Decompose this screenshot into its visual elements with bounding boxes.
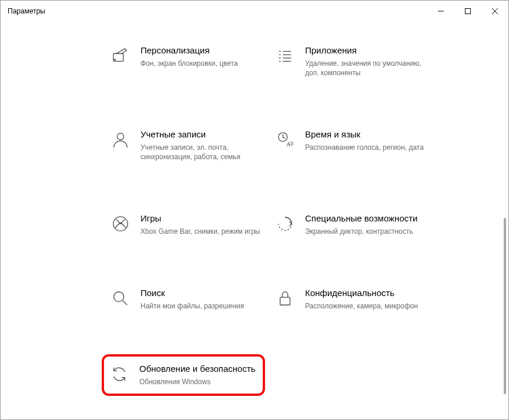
search-icon: [111, 289, 130, 308]
sync-icon: [110, 365, 129, 384]
svg-rect-1: [466, 9, 471, 14]
tile-time-language[interactable]: A字 Время и язык Распознавание голоса, ре…: [271, 126, 430, 165]
tile-desc: Учетные записи, эл. почта, синхронизация…: [140, 143, 260, 162]
tile-title: Приложения: [305, 45, 425, 56]
tile-desc: Найти мои файлы, разрешения: [140, 301, 260, 311]
tile-title: Персонализация: [140, 45, 260, 56]
tile-desc: Удаление, значения по умолчанию, доп. ко…: [305, 59, 425, 78]
svg-point-14: [117, 133, 123, 140]
tile-accessibility[interactable]: Специальные возможности Экранный диктор,…: [271, 210, 430, 240]
svg-text:字: 字: [290, 142, 294, 146]
close-button[interactable]: [481, 1, 508, 22]
tile-title: Конфиденциальность: [305, 288, 425, 299]
maximize-button[interactable]: [454, 1, 481, 22]
tile-desc: Xbox Game Bar, снимки, режим игры: [140, 227, 260, 236]
lock-icon: [276, 289, 294, 308]
svg-point-5: [115, 59, 116, 61]
scrollbar[interactable]: [504, 218, 506, 394]
tile-privacy[interactable]: Конфиденциальность Расположение, камера,…: [271, 284, 430, 314]
tile-desc: Экранный диктор, контрастность: [305, 227, 425, 236]
tile-desc: Распознавание голоса, регион, дата: [305, 143, 425, 152]
tile-update-security[interactable]: Обновление и безопасность Обновления Win…: [102, 354, 265, 396]
window-controls: [427, 1, 508, 22]
tile-personalization[interactable]: Персонализация Фон, экран блокировки, цв…: [106, 42, 265, 81]
settings-grid: Персонализация Фон, экран блокировки, цв…: [106, 42, 485, 396]
tile-search[interactable]: Поиск Найти мои файлы, разрешения: [106, 284, 265, 314]
tile-title: Время и язык: [305, 129, 425, 140]
titlebar: Параметры: [1, 1, 508, 22]
paintbrush-icon: [111, 46, 130, 65]
settings-content: Персонализация Фон, экран блокировки, цв…: [1, 30, 508, 419]
svg-line-17: [283, 137, 285, 138]
tile-accounts[interactable]: Учетные записи Учетные записи, эл. почта…: [106, 126, 265, 165]
window-title: Параметры: [8, 7, 427, 15]
svg-line-22: [123, 301, 128, 305]
tile-title: Учетные записи: [140, 129, 260, 140]
tile-apps[interactable]: Приложения Удаление, значения по умолчан…: [271, 42, 430, 81]
time-language-icon: A字: [276, 130, 294, 149]
svg-rect-23: [280, 297, 290, 305]
tile-desc: Фон, экран блокировки, цвета: [140, 59, 260, 68]
list-icon: [276, 46, 294, 65]
tile-title: Специальные возможности: [305, 213, 425, 224]
person-icon: [111, 130, 130, 149]
accessibility-icon: [276, 214, 294, 233]
minimize-button[interactable]: [427, 1, 454, 22]
tile-title: Игры: [140, 213, 260, 224]
tile-title: Обновление и безопасность: [139, 364, 257, 375]
xbox-icon: [111, 214, 130, 233]
tile-title: Поиск: [140, 288, 260, 299]
tile-gaming[interactable]: Игры Xbox Game Bar, снимки, режим игры: [106, 210, 265, 240]
tile-desc: Расположение, камера, микрофон: [305, 301, 425, 311]
tile-desc: Обновления Windows: [139, 377, 257, 387]
svg-point-21: [114, 292, 124, 302]
